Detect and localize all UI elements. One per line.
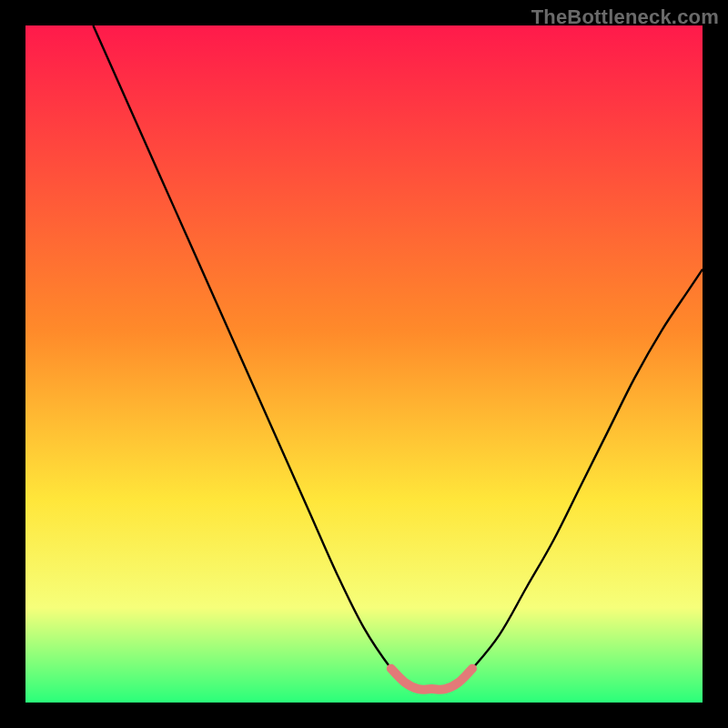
bottleneck-chart bbox=[25, 25, 703, 703]
gradient-background bbox=[25, 25, 703, 703]
plot-area bbox=[25, 25, 703, 703]
chart-frame: TheBottleneck.com bbox=[0, 0, 728, 728]
